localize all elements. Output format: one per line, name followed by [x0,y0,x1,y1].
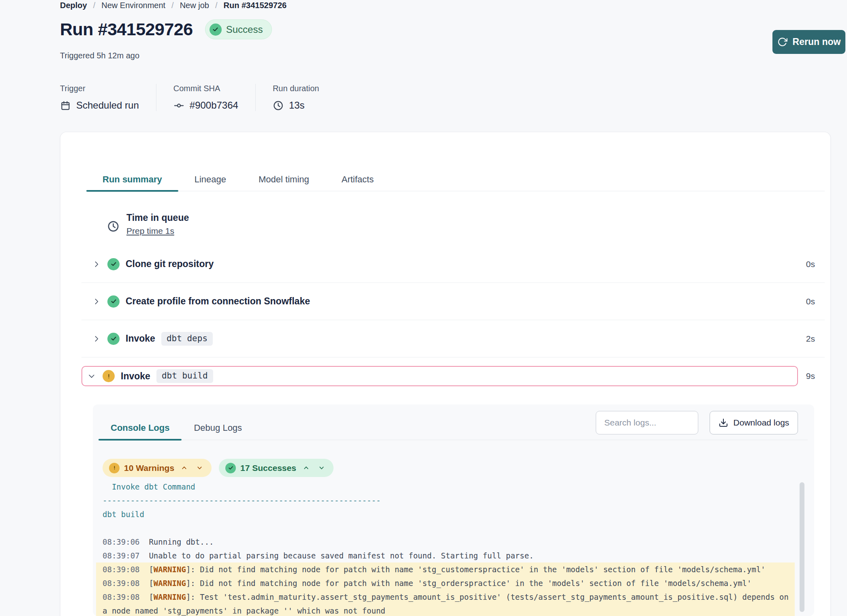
log-scrollbar[interactable] [800,482,804,612]
breadcrumb-separator: / [215,1,218,10]
log-message: ]: Test 'test.admin_maturity.assert_stg_… [103,592,793,615]
download-logs-label: Download logs [734,418,789,428]
page-title: Run #341529726 [60,19,193,39]
log-command-line: ----------------------------------------… [96,494,795,507]
next-warning-button[interactable] [194,464,205,472]
step-row-content: Create profile from connection Snowflake [81,291,806,312]
rerun-now-button[interactable]: Rerun now [772,30,845,54]
clock-icon [273,100,284,111]
meta-label: Trigger [60,84,139,93]
step-row-invoke-dbt-deps[interactable]: Invokedbt deps2s [81,320,825,357]
breadcrumb-item-run-341529726: Run #341529726 [223,1,287,10]
next-success-button[interactable] [316,464,327,472]
log-line: 08:39:07 Unable to do partial parsing be… [96,549,795,563]
prev-warning-button[interactable] [179,464,190,472]
log-timestamp: 08:39:07 [103,551,140,560]
search-logs-input[interactable] [596,411,698,434]
download-logs-button[interactable]: Download logs [710,411,798,434]
step-command-chip: dbt deps [161,332,213,346]
breadcrumb-item-new-job[interactable]: New job [180,1,209,10]
step-duration: 0s [806,297,825,306]
step-row-create-profile-from-connection-snowflake[interactable]: Create profile from connection Snowflake… [81,283,825,320]
status-badge: Success [205,19,272,39]
log-message: [ [140,565,154,574]
meta-value: #900b7364 [173,100,238,111]
logs-panel: Console LogsDebug Logs Download logs 10 … [93,404,814,616]
rerun-now-label: Rerun now [793,36,841,47]
step-success-icon [107,258,120,270]
log-message: ]: Did not find matching node for patch … [186,565,766,574]
step-duration: 0s [806,259,825,269]
tab-model-timing[interactable]: Model timing [242,168,325,191]
log-timestamp: 08:39:08 [103,579,140,588]
refresh-icon [777,37,787,47]
meta-value-text: 13s [289,100,305,111]
log-warning-tag: WARNING [154,565,186,574]
log-message: [ [140,592,154,601]
step-duration: 2s [806,334,825,344]
log-line: 08:39:08 [WARNING]: Did not find matchin… [96,563,795,576]
breadcrumb-item-new-environment[interactable]: New Environment [101,1,165,10]
log-message: Unable to do partial parsing because sav… [140,551,534,560]
step-duration: 9s [806,371,825,381]
meta-label: Commit SHA [173,84,238,93]
tab-debug-logs[interactable]: Debug Logs [182,416,254,440]
step-label: Clone git repository [126,259,214,270]
log-line: 08:39:06 Running dbt... [96,535,795,549]
success-check-icon [225,463,236,473]
step-row-clone-git-repository[interactable]: Clone git repository0s [81,246,825,283]
log-message: ]: Did not find matching node for patch … [186,579,752,588]
chevron-right-icon [92,260,101,268]
clock-icon [107,216,120,236]
log-summary-pills: 10 Warnings17 Successes [103,459,334,477]
chevron-right-icon [92,335,101,343]
breadcrumb-separator: / [171,1,174,10]
warnings-pill: 10 Warnings [103,459,212,477]
log-timestamp: 08:39:06 [103,537,140,546]
title-row: Run #341529726 Success [60,19,272,39]
successs-pill: 17 Successes [219,459,334,477]
prep-time-link[interactable]: Prep time 1s [126,226,174,235]
step-warning-icon [103,370,115,382]
log-warning-tag: WARNING [154,592,186,601]
meta-run-duration: Run duration13s [256,84,345,111]
step-row-invoke-dbt-build[interactable]: Invokedbt build9s [81,357,825,395]
log-warning-tag: WARNING [154,579,186,588]
step-success-icon [107,333,120,345]
chevron-right-icon [92,297,101,306]
tab-run-summary[interactable]: Run summary [86,168,178,191]
log-command-line: dbt build [96,507,795,521]
breadcrumb-separator: / [93,1,96,10]
log-command-line [96,521,795,535]
step-row-content: Clone git repository [81,254,806,274]
time-in-queue-section: Time in queue Prep time 1s [107,212,189,236]
meta-value-text: #900b7364 [190,100,238,111]
step-row-content: Invokedbt deps [81,329,806,349]
breadcrumb-item-deploy[interactable]: Deploy [60,1,87,10]
step-row-content: Invokedbt build [81,366,798,386]
commit-icon [173,100,184,111]
log-message: Running dbt... [140,537,214,546]
step-label: Invoke [126,333,155,344]
step-label: Create profile from connection Snowflake [126,296,310,307]
meta-value: Scheduled run [60,100,139,111]
success-check-icon [210,24,222,36]
meta-label: Run duration [273,84,328,93]
successs-count-label: 17 Successes [240,463,296,473]
log-line: 08:39:08 [WARNING]: Did not find matchin… [96,576,795,590]
status-badge-label: Success [226,24,263,35]
log-timestamp: 08:39:08 [103,592,140,601]
tab-console-logs[interactable]: Console Logs [98,416,182,440]
triggered-text: Triggered 5h 12m ago [60,51,139,60]
tab-artifacts[interactable]: Artifacts [325,168,390,191]
calendar-icon [60,100,71,111]
step-success-icon [107,295,120,308]
step-label: Invoke [121,371,150,382]
run-meta: TriggerScheduled runCommit SHA#900b7364R… [60,84,345,111]
run-summary-card: Run summaryLineageModel timingArtifacts … [60,132,831,616]
breadcrumb: Deploy/New Environment/New job/Run #3415… [60,1,287,10]
tab-lineage[interactable]: Lineage [178,168,242,191]
log-message: [ [140,579,154,588]
prev-success-button[interactable] [301,464,312,472]
download-icon [719,418,728,428]
